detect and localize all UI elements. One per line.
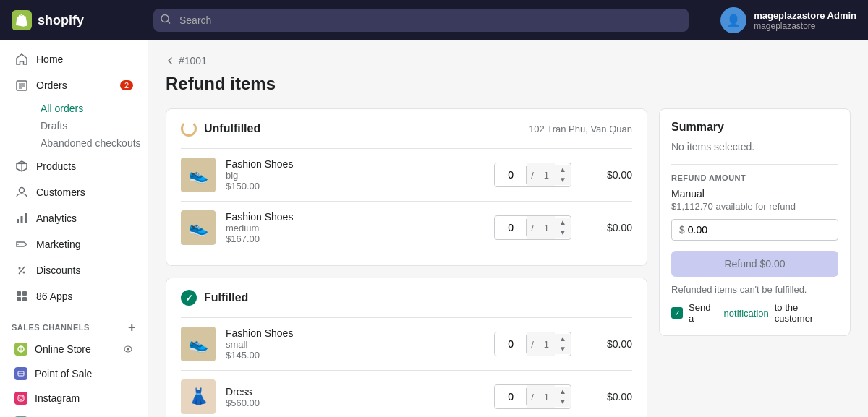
page-title: Refund items <box>166 74 851 94</box>
eye-icon[interactable] <box>123 343 133 355</box>
sidebar-item-label: Products <box>36 160 76 172</box>
item-price: $150.00 <box>226 181 484 192</box>
qty-input[interactable] <box>495 166 527 184</box>
svg-rect-19 <box>22 297 27 301</box>
refund-manual-label: Manual <box>671 188 838 199</box>
item-image: 👗 <box>181 379 216 414</box>
qty-max: 1 <box>538 163 555 186</box>
qty-input[interactable] <box>495 335 527 353</box>
sidebar-item-marketing[interactable]: Marketing <box>3 231 145 257</box>
sidebar-item-instagram[interactable]: Instagram <box>3 386 145 410</box>
sidebar-item-discounts[interactable]: Discounts <box>3 257 145 283</box>
qty-separator: / <box>527 332 538 356</box>
drafts-link[interactable]: Drafts <box>35 117 148 134</box>
qty-down-button[interactable]: ▼ <box>555 344 571 354</box>
refund-amount-input[interactable] <box>688 224 830 236</box>
top-navigation: shopify 👤 mageplazastore Admin mageplaza… <box>0 0 868 40</box>
products-icon <box>14 159 29 173</box>
item-details: Fashion Shoes medium $167.00 <box>226 211 484 244</box>
channel-label: Instagram <box>35 392 80 404</box>
content-area: Unfulfilled 102 Tran Phu, Van Quan 👟 Fas… <box>166 108 851 417</box>
svg-rect-9 <box>17 219 19 223</box>
sidebar-item-orders[interactable]: Orders 2 <box>3 72 145 98</box>
add-channel-button[interactable]: + <box>128 321 136 334</box>
qty-input[interactable] <box>495 388 527 405</box>
breadcrumb-label: #1001 <box>179 55 207 66</box>
sidebar-item-online-store[interactable]: Online Store <box>3 337 145 361</box>
qty-control: / 1 ▲ ▼ <box>494 215 571 240</box>
item-details: Dress $560.00 <box>226 386 484 408</box>
main-content: #1001 Refund items Unfulfilled 102 Tran … <box>148 40 868 417</box>
qty-up-button[interactable]: ▲ <box>555 165 571 175</box>
sidebar-item-home[interactable]: Home <box>3 46 145 72</box>
qty-arrows: ▲ ▼ <box>555 165 571 185</box>
channel-label: Point of Sale <box>35 368 92 379</box>
qty-up-button[interactable]: ▲ <box>555 387 571 397</box>
svg-rect-16 <box>17 291 21 296</box>
online-store-icon <box>14 343 27 356</box>
unfulfilled-label: Unfulfilled <box>204 122 260 135</box>
item-image: 👟 <box>181 158 216 192</box>
order-item: 👟 Fashion Shoes medium $167.00 / 1 <box>181 201 632 254</box>
qty-up-button[interactable]: ▲ <box>555 334 571 344</box>
item-total: $0.00 <box>582 222 632 233</box>
fulfilled-card: ✓ Fulfilled 👟 Fashion Shoes small $145.0… <box>166 278 647 417</box>
sidebar-item-label: Analytics <box>36 212 77 224</box>
notify-prefix: Send a <box>689 302 718 324</box>
qty-down-button[interactable]: ▼ <box>555 228 571 238</box>
fulfilled-section: ✓ Fulfilled 👟 Fashion Shoes small $145.0… <box>166 278 647 417</box>
refund-note: Refunded items can't be fulfilled. <box>671 284 838 295</box>
orders-badge: 2 <box>120 80 133 90</box>
sidebar-item-analytics[interactable]: Analytics <box>3 205 145 231</box>
unfulfilled-address: 102 Tran Phu, Van Quan <box>529 124 632 134</box>
notify-row: ✓ Send a notification to the customer <box>671 302 838 324</box>
item-name: Fashion Shoes <box>226 327 484 339</box>
sales-channels-section: SALES CHANNELS + <box>0 309 148 337</box>
sidebar-item-products[interactable]: Products <box>3 153 145 179</box>
qty-up-button[interactable]: ▲ <box>555 218 571 228</box>
sidebar-item-label: Customers <box>36 186 85 198</box>
qty-input[interactable] <box>495 219 527 236</box>
fulfilled-status-icon: ✓ <box>181 290 197 306</box>
sidebar-item-apps[interactable]: 86 Apps <box>3 283 145 309</box>
svg-point-0 <box>161 15 169 22</box>
qty-control: / 1 ▲ ▼ <box>494 163 571 187</box>
fulfilled-label: Fulfilled <box>204 291 248 304</box>
abandoned-link[interactable]: Abandoned checkouts <box>35 134 148 152</box>
user-menu[interactable]: 👤 mageplazastore Admin mageplazastore <box>720 7 856 33</box>
order-item: 👗 Dress $560.00 / 1 ▲ <box>181 370 632 417</box>
svg-point-27 <box>20 397 22 400</box>
orders-submenu: All orders Drafts Abandoned checkouts <box>0 98 148 153</box>
qty-down-button[interactable]: ▼ <box>555 175 571 185</box>
home-icon <box>14 52 29 66</box>
avatar: 👤 <box>720 7 746 33</box>
all-orders-link[interactable]: All orders <box>35 100 148 117</box>
logo[interactable]: shopify <box>12 10 142 30</box>
notify-checkbox[interactable]: ✓ <box>671 307 683 319</box>
breadcrumb[interactable]: #1001 <box>166 55 851 66</box>
sidebar-item-label: Marketing <box>36 238 80 250</box>
qty-down-button[interactable]: ▼ <box>555 397 571 407</box>
refund-available-text: $1,112.70 available for refund <box>671 201 838 212</box>
search-bar <box>153 9 689 32</box>
refund-button[interactable]: Refund $0.00 <box>671 251 838 277</box>
sidebar-item-buy-button[interactable]: Buy Button <box>3 410 145 417</box>
svg-point-14 <box>23 272 25 274</box>
svg-rect-17 <box>22 291 27 296</box>
marketing-icon <box>14 237 29 252</box>
search-icon <box>161 14 171 27</box>
sidebar-item-point-of-sale[interactable]: Point of Sale <box>3 361 145 386</box>
order-cards: Unfulfilled 102 Tran Phu, Van Quan 👟 Fas… <box>166 108 647 417</box>
refund-input-prefix: $ <box>679 224 685 236</box>
search-input[interactable] <box>153 9 689 32</box>
sidebar-item-customers[interactable]: Customers <box>3 179 145 205</box>
sidebar: Home Orders 2 All orders Drafts Abandone… <box>0 40 148 417</box>
summary-title: Summary <box>671 121 838 134</box>
summary-card: Summary No items selected. REFUND AMOUNT… <box>659 108 851 336</box>
qty-control: / 1 ▲ ▼ <box>494 332 571 356</box>
item-price: $560.00 <box>226 397 484 408</box>
notify-link[interactable]: notification <box>724 308 769 319</box>
unfulfilled-status-icon <box>181 121 197 137</box>
qty-max: 1 <box>538 332 555 356</box>
summary-divider <box>671 164 838 165</box>
